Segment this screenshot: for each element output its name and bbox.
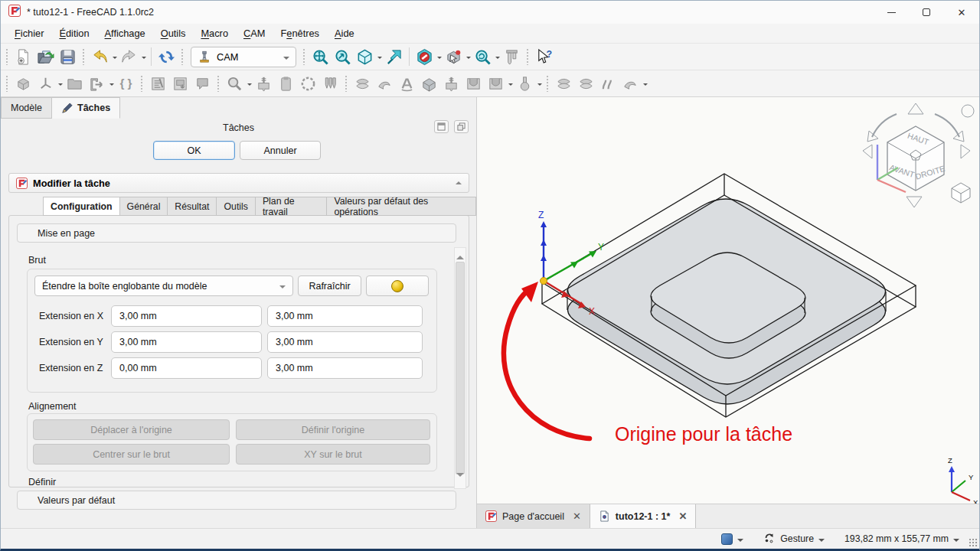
nav-style-label[interactable]: Gesture: [780, 533, 814, 544]
fit-all-icon[interactable]: [309, 46, 332, 67]
extension-z-input-2[interactable]: 3,00 mm: [267, 357, 423, 379]
isometric-view-icon[interactable]: [354, 46, 376, 67]
stop-operation-dropdown-icon[interactable]: [436, 46, 443, 67]
minimize-button[interactable]: [874, 1, 909, 24]
set-origin-button[interactable]: Définir l'origine: [236, 419, 430, 440]
doc-tab-0[interactable]: Page d'accueil✕: [477, 504, 590, 528]
toolbar-grip[interactable]: [140, 75, 144, 92]
extension-x-input-2[interactable]: 3,00 mm: [267, 305, 423, 327]
task-tab-4[interactable]: Plan de travail: [256, 197, 328, 216]
mise-en-page-header[interactable]: Mise en page: [17, 223, 456, 243]
extension-x-input-1[interactable]: 3,00 mm: [111, 305, 262, 327]
toolbar-grip[interactable]: [5, 75, 9, 92]
toolbar-grip[interactable]: [546, 75, 550, 92]
op-surface-icon[interactable]: [440, 73, 462, 94]
cam-export-dropdown-icon[interactable]: [108, 73, 115, 94]
panel-dock-button[interactable]: [434, 120, 449, 133]
set-view-icon[interactable]: [383, 46, 405, 67]
op-dogbone-icon[interactable]: [597, 73, 619, 94]
menu-item-3[interactable]: Outils: [153, 25, 194, 41]
op-simulate-icon[interactable]: [253, 73, 275, 94]
toolbar-grip[interactable]: [345, 75, 348, 92]
extension-y-input-2[interactable]: 3,00 mm: [267, 331, 423, 353]
refresh-icon[interactable]: [155, 46, 178, 67]
draw-style-icon[interactable]: [472, 46, 494, 67]
cancel-button[interactable]: Annuler: [240, 141, 321, 160]
stop-operation-icon[interactable]: [413, 46, 436, 67]
task-section-header[interactable]: Modifier la tâche: [8, 173, 469, 193]
refresh-stock-button[interactable]: Rafraîchir: [298, 276, 361, 296]
new-document-icon[interactable]: [12, 46, 34, 67]
op-pocket-3d-dropdown-icon[interactable]: [507, 73, 514, 94]
op-adaptive-icon[interactable]: [351, 73, 374, 94]
extension-z-input-1[interactable]: 0,00 mm: [111, 357, 262, 379]
op-profile-icon[interactable]: [147, 73, 169, 94]
combo-view-tab-taches[interactable]: Tâches: [52, 97, 120, 119]
navigation-cube[interactable]: HAUT AVANT DROITE: [863, 103, 974, 207]
save-document-icon[interactable]: [57, 46, 79, 67]
op-copy-icon[interactable]: [575, 73, 597, 94]
xy-on-stock-button[interactable]: XY sur le brut: [236, 444, 430, 465]
background-color-icon[interactable]: [721, 533, 733, 545]
background-dropdown-icon[interactable]: [737, 539, 743, 545]
op-clipboard-icon[interactable]: [275, 73, 297, 94]
center-on-stock-button[interactable]: Centrer sur le brut: [33, 444, 230, 465]
op-engrave-icon[interactable]: [396, 73, 418, 94]
op-vcarve-icon[interactable]: [418, 73, 440, 94]
cam-export-icon[interactable]: [86, 73, 108, 94]
task-tab-0[interactable]: Configuration: [43, 197, 120, 216]
toolbar-grip[interactable]: [526, 48, 530, 65]
menu-item-1[interactable]: Édition: [51, 25, 96, 41]
gesture-icon[interactable]: [763, 532, 776, 546]
task-tab-3[interactable]: Outils: [217, 197, 255, 216]
op-drills-icon[interactable]: [319, 73, 341, 94]
undo-dropdown-icon[interactable]: [111, 46, 118, 67]
whats-this-icon[interactable]: ?: [533, 46, 555, 67]
task-scrollbar[interactable]: [454, 247, 466, 489]
scroll-down-icon[interactable]: [456, 473, 464, 481]
doc-tab-1[interactable]: tuto12-1 : 1*✕: [590, 504, 696, 528]
op-comment-icon[interactable]: [191, 73, 214, 94]
toolbar-grip[interactable]: [181, 48, 185, 65]
task-tab-2[interactable]: Résultat: [168, 197, 217, 216]
stock-color-button[interactable]: [366, 276, 429, 296]
zoom-to-selection-icon[interactable]: [332, 46, 354, 67]
op-deburr-icon[interactable]: [374, 73, 396, 94]
menu-item-0[interactable]: Fichier: [7, 25, 51, 41]
redo-dropdown-icon[interactable]: [140, 46, 147, 67]
ok-button[interactable]: OK: [153, 141, 235, 160]
draw-style-dropdown-icon[interactable]: [494, 46, 501, 67]
dimensions-dropdown-icon[interactable]: [953, 539, 959, 545]
cam-axis-icon[interactable]: [34, 73, 57, 94]
op-waterline-icon[interactable]: [462, 73, 485, 94]
op-dressup-dropdown-icon[interactable]: [642, 73, 648, 94]
menu-item-7[interactable]: Aide: [327, 25, 362, 41]
nav-style-dropdown-icon[interactable]: [818, 539, 825, 545]
close-tab-icon[interactable]: ✕: [570, 510, 581, 522]
toolbar-grip[interactable]: [82, 48, 86, 65]
3d-viewport[interactable]: Z Y X: [477, 97, 979, 528]
combo-view-tab-modele[interactable]: Modèle: [1, 97, 52, 119]
collapse-arrow-icon[interactable]: [456, 178, 462, 184]
close-tab-icon[interactable]: ✕: [675, 510, 687, 522]
cam-macro-icon[interactable]: { }: [115, 73, 137, 94]
menu-item-6[interactable]: Fenêtres: [273, 25, 327, 41]
move-to-origin-button[interactable]: Déplacer à l'origine: [33, 419, 230, 440]
selection-filter-dropdown-icon[interactable]: [465, 46, 472, 67]
menu-item-5[interactable]: CAM: [236, 25, 273, 41]
op-pocket-3d-icon[interactable]: [485, 73, 507, 94]
op-pocket-icon[interactable]: [169, 73, 191, 94]
toolbar-grip[interactable]: [302, 48, 306, 65]
toolbar-grip[interactable]: [5, 48, 9, 65]
panel-float-button[interactable]: [454, 120, 469, 133]
extension-y-input-1[interactable]: 3,00 mm: [111, 331, 262, 353]
op-inspect-dropdown-icon[interactable]: [246, 73, 253, 94]
cam-folder-icon[interactable]: [64, 73, 86, 94]
toolbar-grip[interactable]: [217, 75, 220, 92]
menu-item-4[interactable]: Macro: [193, 25, 236, 41]
task-tab-5[interactable]: Valeurs par défaut des opérations: [327, 197, 476, 216]
op-array-icon[interactable]: [553, 73, 575, 94]
defaults-section-header[interactable]: Valeurs par défaut: [17, 491, 456, 510]
selection-filter-icon[interactable]: [443, 46, 465, 67]
op-inspect-icon[interactable]: [224, 73, 246, 94]
